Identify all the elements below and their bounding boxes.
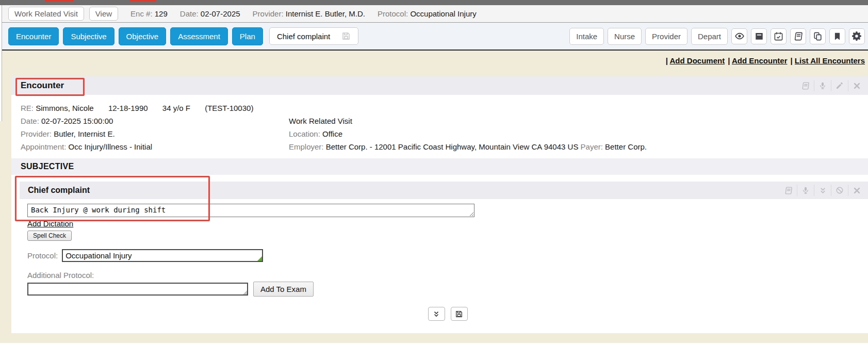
protocol-label: Protocol: <box>27 251 58 260</box>
chief-complaint-header-icons <box>780 185 865 196</box>
section-nav-bar: Encounter Subjective Objective Assessmen… <box>0 23 868 51</box>
nav-encounter-button[interactable]: Encounter <box>8 27 59 45</box>
payer-value: Better Corp. <box>605 142 647 151</box>
nav-plan-button[interactable]: Plan <box>232 27 263 45</box>
no-entry-icon[interactable] <box>831 185 848 196</box>
add-document-link[interactable]: Add Document <box>670 56 725 65</box>
visit-type-value: Work Related Visit <box>289 117 859 125</box>
chief-complaint-section: Chief complaint <box>20 182 868 333</box>
encounter-datetime: 02-07-2025 15:00:00 <box>41 117 113 125</box>
chief-complaint-title: Chief complaint <box>28 186 90 195</box>
patient-id: (TEST-10030) <box>205 104 253 112</box>
nav-assessment-button[interactable]: Assessment <box>170 27 228 45</box>
browser-top-strip <box>0 0 868 5</box>
visit-type-button[interactable]: Work Related Visit <box>8 7 84 21</box>
subjective-section-header: SUBJECTIVE <box>11 158 868 175</box>
additional-protocol-input[interactable] <box>27 283 248 296</box>
patient-identity: RE: Simmons, Nicole 12-18-1990 34 y/o F … <box>21 104 289 112</box>
chief-complaint-footer-buttons <box>27 307 868 333</box>
book-icon[interactable] <box>797 80 814 91</box>
date-row: Date: 02-07-2025 15:00:00 Work Related V… <box>21 114 859 127</box>
close-icon[interactable] <box>848 80 865 91</box>
encounter-section-title: Encounter <box>21 80 64 91</box>
additional-protocol-row: Add To Exam <box>27 282 868 297</box>
nav-subjective-button[interactable]: Subjective <box>63 27 114 45</box>
red-tab-mark <box>45 0 74 2</box>
chief-complaint-body: Back Injury @ work during shift Add Dict… <box>20 199 868 333</box>
enc-provider: Provider: Internist E. Butler, M.D. <box>253 9 365 18</box>
enc-protocol: Protocol: Occupational Injury <box>378 9 477 18</box>
encounter-content-area: Add DocumentAdd EncounterList All Encoun… <box>0 51 868 343</box>
archive-icon[interactable] <box>751 28 767 44</box>
provider-name: Butler, Internist E. <box>54 129 114 138</box>
chevrons-down-icon[interactable] <box>428 307 445 321</box>
employer-value: Better Corp. - 12001 Pacific Coast Highw… <box>326 142 579 151</box>
list-all-encounters-link-wrap: List All Encounters <box>790 56 865 65</box>
stage-button-group: Intake Nurse Provider Depart <box>569 28 865 45</box>
save-icon[interactable] <box>451 307 468 321</box>
spell-check-button[interactable]: Spell Check <box>27 231 72 241</box>
enc-date: Date: 02-07-2025 <box>180 9 240 18</box>
appointment-value: Occ Injury/Illness - Initial <box>69 142 153 151</box>
eye-icon[interactable] <box>731 28 747 44</box>
chevrons-down-icon[interactable] <box>814 185 831 196</box>
enc-number: Enc #: 129 <box>130 9 168 18</box>
protocol-input[interactable] <box>62 249 263 262</box>
add-encounter-link-wrap: Add Encounter <box>728 56 787 65</box>
pencil-icon[interactable] <box>831 80 848 91</box>
gear-icon[interactable] <box>849 28 865 44</box>
patient-row: RE: Simmons, Nicole 12-18-1990 34 y/o F … <box>21 102 859 114</box>
chief-complaint-textarea[interactable]: Back Injury @ work during shift <box>27 204 474 217</box>
encounter-info-bar: Work Related Visit View Enc #: 129 Date:… <box>0 5 868 23</box>
subjective-title: SUBJECTIVE <box>21 162 74 171</box>
book-icon[interactable] <box>780 185 797 196</box>
bookmark-icon[interactable] <box>829 28 845 44</box>
depart-button[interactable]: Depart <box>691 28 728 45</box>
provider-button[interactable]: Provider <box>645 28 687 45</box>
copy-icon[interactable] <box>810 28 826 44</box>
calendar-check-icon[interactable] <box>771 28 787 44</box>
red-tab-mark <box>130 0 156 2</box>
current-section-indicator: Chief complaint <box>269 27 358 45</box>
list-all-encounters-link[interactable]: List All Encounters <box>795 56 865 65</box>
add-document-link-wrap: Add Document <box>666 56 725 65</box>
protocol-row: Protocol: <box>27 249 868 262</box>
encounter-header-icons <box>797 80 865 91</box>
chief-complaint-header: Chief complaint <box>20 182 868 199</box>
patient-name: Simmons, Nicole <box>36 104 94 112</box>
patient-age-sex: 34 y/o F <box>162 104 190 112</box>
links-bar: Add DocumentAdd EncounterList All Encoun… <box>0 51 868 65</box>
close-icon[interactable] <box>848 185 865 196</box>
left-scroll-gutter <box>0 5 2 121</box>
provider-row: Provider: Butler, Internist E. Location:… <box>21 127 859 140</box>
encounter-section-header: Encounter <box>11 76 868 95</box>
add-encounter-link[interactable]: Add Encounter <box>732 56 788 65</box>
view-button[interactable]: View <box>89 7 118 21</box>
nav-objective-button[interactable]: Objective <box>119 27 167 45</box>
add-to-exam-button[interactable]: Add To Exam <box>253 282 314 297</box>
encounter-panel: Encounter RE: Simm <box>11 76 868 333</box>
patient-dob: 12-18-1990 <box>108 104 148 112</box>
nurse-button[interactable]: Nurse <box>608 28 642 45</box>
intake-button[interactable]: Intake <box>569 28 604 45</box>
additional-protocol-label: Additional Protocol: <box>27 271 868 280</box>
location-value: Office <box>322 129 342 138</box>
microphone-icon[interactable] <box>797 185 814 196</box>
appointment-row: Appointment: Occ Injury/Illness - Initia… <box>21 140 859 153</box>
add-dictation-link[interactable]: Add Dictation <box>27 219 73 228</box>
save-icon <box>341 31 351 41</box>
book-icon[interactable] <box>790 28 806 44</box>
current-section-label: Chief complaint <box>277 32 330 41</box>
microphone-icon[interactable] <box>814 80 831 91</box>
encounter-info: RE: Simmons, Nicole 12-18-1990 34 y/o F … <box>11 95 868 158</box>
